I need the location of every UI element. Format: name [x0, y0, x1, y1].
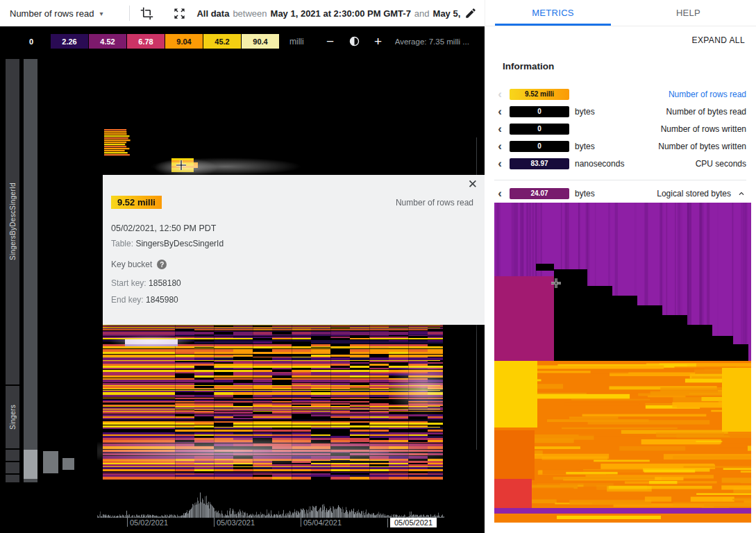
- color-scale-legend: 0 2.26 4.52 6.78 9.04 45.2 90.4 milli − …: [12, 34, 469, 49]
- close-icon[interactable]: ✕: [468, 178, 478, 190]
- bucket-tooltip: ✕ 9.52 milli Number of rows read 05/02/2…: [103, 175, 485, 325]
- help-icon[interactable]: ?: [157, 260, 167, 269]
- metric-swatch-3: 0: [510, 141, 569, 152]
- metric-row-logical-bytes[interactable]: ‹ 24.07 bytes Logical stored bytes: [485, 185, 756, 202]
- tab-metrics-label: METRICS: [532, 8, 574, 18]
- metric-rows: ‹ 9.52 milli Number of rows read ‹ 0 byt…: [485, 85, 756, 172]
- expand-all-button[interactable]: EXPAND ALL: [692, 35, 745, 45]
- contrast-icon[interactable]: [348, 35, 360, 47]
- metric-swatch-logical: 24.07: [510, 188, 569, 199]
- date-tick: 05/03/2021: [214, 518, 255, 527]
- chevron-left-icon[interactable]: ‹: [494, 123, 505, 135]
- range-and: and: [414, 8, 430, 19]
- zoom-in-button[interactable]: +: [370, 35, 387, 48]
- zoom-out-button[interactable]: −: [322, 35, 339, 48]
- metric-label[interactable]: Number of bytes written: [658, 142, 746, 151]
- metric-swatch-1: 0: [510, 106, 569, 117]
- toolbar: Number of rows read ▾ All data between M…: [0, 0, 485, 26]
- endkey-label: End key:: [111, 295, 144, 305]
- range-end: May 5, 2: [433, 8, 461, 19]
- legend-swatch: 90.4: [242, 34, 279, 49]
- legend-swatch: 45.2: [203, 34, 241, 49]
- chevron-down-icon: ▾: [99, 10, 103, 17]
- tick-mark: [127, 518, 128, 527]
- fullscreen-icon[interactable]: [169, 3, 190, 24]
- average-label: Average: 7.35 milli ...: [395, 37, 469, 46]
- range-prefix: All data: [196, 8, 229, 19]
- metric-unit: bytes: [575, 189, 595, 198]
- metric-label[interactable]: Number of rows written: [661, 124, 746, 134]
- tooltip-table-row: Table: SingersByDescSingerId: [111, 239, 224, 248]
- panel-tabs: METRICS HELP: [485, 0, 756, 26]
- keyspace-segment-small[interactable]: [6, 462, 19, 473]
- crop-icon[interactable]: [137, 3, 157, 24]
- date-tick: 05/04/2021: [301, 518, 342, 527]
- edit-range-icon[interactable]: [461, 3, 480, 23]
- legend-swatch: 9.04: [165, 34, 203, 49]
- tooltip-keybucket-row: Key bucket ?: [111, 260, 167, 269]
- keyspace-segment-singers[interactable]: Singers: [6, 386, 19, 448]
- metric-row-rows-read[interactable]: ‹ 9.52 milli Number of rows read: [485, 85, 756, 103]
- chevron-left-icon[interactable]: ‹: [494, 158, 505, 169]
- metric-selector-dropdown[interactable]: Number of rows read ▾: [0, 0, 111, 26]
- section-title: Information: [503, 61, 554, 71]
- date-tick: 05/05/2021: [387, 518, 437, 527]
- metric-row-bytes-written[interactable]: ‹ 0 bytes Number of bytes written: [485, 137, 756, 155]
- metric-label[interactable]: Number of rows read: [669, 90, 746, 99]
- metric-row-cpu-seconds[interactable]: ‹ 83.97 nanoseconds CPU seconds: [485, 155, 756, 172]
- metric-selector-label: Number of rows read: [10, 8, 94, 19]
- metric-unit: bytes: [575, 142, 595, 151]
- panel-divider: [494, 180, 746, 180]
- time-range-label: All data between May 1, 2021 at 2:30:00 …: [196, 8, 461, 19]
- range-between: between: [233, 8, 267, 19]
- metric-row-rows-written[interactable]: ‹ 0 Number of rows written: [485, 120, 756, 137]
- metric-swatch-2: 0: [510, 124, 569, 135]
- chevron-left-icon[interactable]: ‹: [494, 105, 505, 117]
- tick-mark: [301, 518, 301, 527]
- tab-help[interactable]: HELP: [621, 0, 756, 26]
- metric-label[interactable]: Number of bytes read: [666, 107, 746, 117]
- metric-unit: nanoseconds: [575, 159, 624, 169]
- keyspace-block[interactable]: [62, 458, 74, 470]
- date-label: 05/05/2021: [390, 518, 437, 527]
- date-axis: 05/02/2021 05/03/2021 05/04/2021 05/05/2…: [0, 518, 485, 530]
- endkey-value: 1845980: [146, 295, 178, 305]
- metric-row-bytes-read[interactable]: ‹ 0 bytes Number of bytes read: [485, 103, 756, 120]
- tooltip-startkey-row: Start key: 1858180: [111, 278, 181, 288]
- tooltip-timestamp: 05/02/2021, 12:50 PM PDT: [111, 223, 216, 233]
- timeline-histogram[interactable]: [97, 487, 444, 518]
- keyspace-density-bar[interactable]: [24, 59, 37, 482]
- logical-bytes-thumbnail[interactable]: [494, 203, 751, 523]
- metric-unit: bytes: [575, 107, 595, 117]
- tooltip-table-label: Table:: [111, 239, 133, 248]
- metric-label[interactable]: Logical stored bytes: [657, 189, 731, 198]
- legend-unit: milli: [289, 37, 304, 46]
- chevron-left-icon[interactable]: ‹: [494, 140, 505, 152]
- keyspace-density-bar-light: [24, 450, 37, 479]
- chevron-left-icon[interactable]: ‹: [494, 88, 505, 100]
- date-label: 05/02/2021: [130, 518, 168, 527]
- metric-swatch-0: 9.52 milli: [510, 89, 569, 100]
- tooltip-endkey-row: End key: 1845980: [111, 295, 178, 305]
- keyspace-segment-small[interactable]: [6, 450, 19, 461]
- startkey-value: 1858180: [149, 278, 181, 288]
- legend-swatch: 4.52: [89, 34, 126, 49]
- keyspace-block[interactable]: [43, 451, 58, 473]
- metrics-panel: EXPAND ALL Information ‹ 9.52 milli Numb…: [485, 26, 756, 533]
- tab-metrics[interactable]: METRICS: [485, 0, 621, 26]
- tick-mark: [387, 518, 388, 527]
- range-start: May 1, 2021 at 2:30:00 PM GMT-7: [271, 8, 411, 19]
- table-label-vertical: Singers: [6, 386, 19, 448]
- legend-swatch: 6.78: [127, 34, 165, 49]
- chevron-left-icon[interactable]: ‹: [494, 187, 505, 199]
- startkey-label: Start key:: [111, 278, 146, 288]
- keyspace-segment-small[interactable]: [6, 475, 19, 482]
- tab-help-label: HELP: [676, 8, 700, 18]
- keyspace-segment-singersbydesc[interactable]: SingersByDescSingerId: [6, 59, 19, 384]
- tooltip-table-value: SingersByDescSingerId: [135, 239, 224, 248]
- date-label: 05/04/2021: [303, 518, 342, 527]
- legend-swatch: 0: [12, 34, 50, 49]
- metric-label[interactable]: CPU seconds: [696, 159, 746, 169]
- chevron-up-icon[interactable]: [737, 189, 746, 198]
- heatmap-area: 0 2.26 4.52 6.78 9.04 45.2 90.4 milli − …: [0, 26, 485, 533]
